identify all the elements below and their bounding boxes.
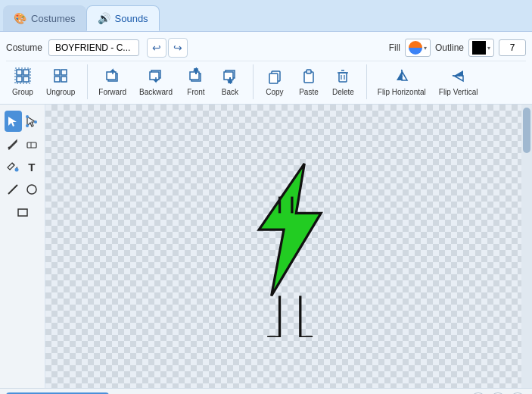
fill-tool[interactable] <box>5 156 22 177</box>
bottom-bar: 🖼 Convert to Bitmap − + <box>0 388 532 394</box>
main-area: T <box>0 105 532 388</box>
tab-costumes-label: Costumes <box>31 13 76 24</box>
tool-row-5 <box>5 202 40 223</box>
outline-swatch-box <box>472 41 486 55</box>
group-ungroup-group: Group Ungroup <box>6 64 88 99</box>
circle-tool[interactable] <box>23 179 41 200</box>
costume-svg <box>208 155 359 337</box>
tools-panel: T <box>0 105 45 388</box>
tool-row-3: T <box>5 156 40 177</box>
fill-label: Fill <box>389 42 400 53</box>
flip-horizontal-button[interactable]: Flip Horizontal <box>372 64 432 99</box>
rect-tool[interactable] <box>12 202 33 223</box>
tab-sounds-label: Sounds <box>115 13 148 24</box>
svg-rect-23 <box>339 73 347 82</box>
costume-label: Costume <box>6 42 42 53</box>
tab-bar: 🎨 Costumes 🔊 Sounds <box>0 0 532 32</box>
line-tool[interactable] <box>5 179 22 200</box>
svg-rect-40 <box>27 142 36 148</box>
ungroup-button-label: Ungroup <box>46 88 75 96</box>
back-button[interactable]: Back <box>213 64 247 99</box>
toolbar-row2: Group Ungroup Forward Backward <box>6 61 526 101</box>
outline-label: Outline <box>435 42 464 53</box>
stroke-width-input[interactable]: 7 <box>499 39 526 56</box>
tool-row-2 <box>5 133 40 155</box>
tool-row-4 <box>5 179 40 200</box>
svg-rect-14 <box>190 72 199 80</box>
svg-point-37 <box>26 124 29 127</box>
fill-color-swatch[interactable]: ▾ <box>405 39 431 57</box>
svg-rect-8 <box>61 77 67 82</box>
toolbar: Costume BOYFRIEND - C... ↩ ↪ Fill ▾ Outl… <box>0 32 532 105</box>
redo-button[interactable]: ↪ <box>168 38 188 58</box>
canvas-area[interactable] <box>45 105 532 388</box>
flip-v-button-label: Flip Vertical <box>439 88 478 96</box>
delete-button-label: Delete <box>332 88 354 96</box>
erase-tool[interactable] <box>23 133 41 155</box>
fill-swatch-colors <box>409 41 422 55</box>
svg-rect-0 <box>17 70 22 75</box>
tool-row-1 <box>5 111 40 132</box>
layer-order-group: Forward Backward Front Back <box>92 64 254 99</box>
svg-marker-29 <box>402 71 407 80</box>
tab-sounds[interactable]: 🔊 Sounds <box>86 5 160 31</box>
svg-rect-6 <box>61 70 67 75</box>
svg-rect-45 <box>18 209 27 216</box>
copy-button[interactable]: Copy <box>258 64 291 99</box>
tab-costumes[interactable]: 🎨 Costumes <box>3 5 86 31</box>
group-button[interactable]: Group <box>6 64 39 99</box>
svg-point-38 <box>34 120 37 124</box>
delete-button[interactable]: Delete <box>326 64 360 99</box>
svg-point-36 <box>26 115 29 118</box>
svg-rect-4 <box>15 68 30 83</box>
select-tool[interactable] <box>5 111 22 132</box>
svg-rect-22 <box>306 70 311 73</box>
svg-marker-28 <box>397 71 402 80</box>
svg-rect-10 <box>107 72 116 80</box>
svg-rect-1 <box>23 70 29 75</box>
flip-group: Flip Horizontal Flip Vertical <box>372 64 490 99</box>
backward-button-label: Backward <box>139 88 173 96</box>
svg-rect-20 <box>269 73 278 83</box>
back-button-label: Back <box>222 88 238 96</box>
flip-vertical-button[interactable]: Flip Vertical <box>433 64 484 99</box>
svg-point-42 <box>15 168 19 172</box>
svg-rect-5 <box>54 70 60 75</box>
front-button-label: Front <box>187 88 204 96</box>
fill-swatch-arrow: ▾ <box>424 45 427 52</box>
paste-button-label: Paste <box>299 88 319 96</box>
costumes-icon: 🎨 <box>14 12 26 24</box>
ungroup-button[interactable]: Ungroup <box>40 64 81 99</box>
group-button-label: Group <box>12 88 33 96</box>
sounds-icon: 🔊 <box>98 12 110 24</box>
svg-marker-32 <box>454 76 463 81</box>
paste-button[interactable]: Paste <box>292 64 325 99</box>
undo-button[interactable]: ↩ <box>147 38 166 58</box>
draw-tool[interactable] <box>5 133 22 155</box>
backward-button[interactable]: Backward <box>133 64 179 99</box>
undo-redo-group: ↩ ↪ <box>147 38 188 58</box>
copy-paste-delete-group: Copy Paste Delete <box>258 64 367 99</box>
forward-button-label: Forward <box>98 88 126 96</box>
svg-rect-3 <box>23 77 29 82</box>
copy-button-label: Copy <box>266 88 283 96</box>
scrollbar-thumb[interactable] <box>523 108 530 153</box>
svg-point-44 <box>27 185 36 194</box>
svg-marker-34 <box>8 117 17 127</box>
toolbar-row1: Costume BOYFRIEND - C... ↩ ↪ Fill ▾ Outl… <box>6 35 526 61</box>
svg-rect-7 <box>54 77 60 82</box>
front-button[interactable]: Front <box>179 64 213 99</box>
scrollbar-vertical[interactable] <box>521 105 532 388</box>
svg-rect-2 <box>17 77 22 82</box>
text-tool[interactable]: T <box>23 156 41 177</box>
canvas-container <box>45 105 521 388</box>
svg-line-43 <box>8 185 17 194</box>
svg-rect-12 <box>150 72 159 80</box>
reshape-tool[interactable] <box>23 111 41 132</box>
svg-marker-31 <box>454 70 463 76</box>
outline-color-swatch[interactable]: ▾ <box>468 39 494 57</box>
outline-swatch-arrow: ▾ <box>487 45 490 52</box>
forward-button[interactable]: Forward <box>92 64 132 99</box>
flip-h-button-label: Flip Horizontal <box>378 88 426 96</box>
costume-name-field[interactable]: BOYFRIEND - C... <box>48 39 139 56</box>
